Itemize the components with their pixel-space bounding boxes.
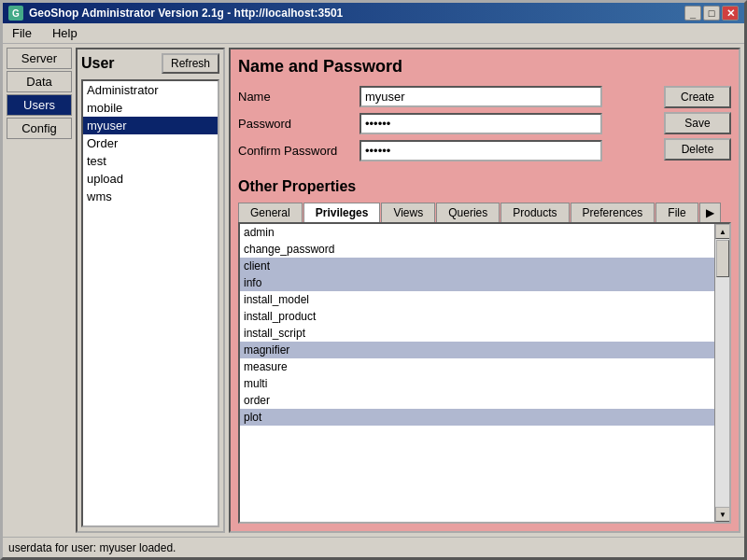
save-button[interactable]: Save — [664, 112, 731, 134]
list-item-multi[interactable]: multi — [240, 375, 714, 392]
tab-queries[interactable]: Queries — [436, 203, 500, 222]
menubar: File Help — [3, 23, 744, 44]
tab-preferences[interactable]: Preferences — [571, 203, 655, 222]
sidebar-item-data[interactable]: Data — [7, 71, 72, 92]
tab-file[interactable]: File — [655, 203, 698, 222]
tab-more-button[interactable]: ▶ — [699, 203, 721, 222]
scroll-up-arrow[interactable]: ▲ — [715, 224, 730, 239]
scroll-down-arrow[interactable]: ▼ — [715, 507, 730, 522]
user-item-order[interactable]: Order — [83, 134, 218, 152]
scroll-thumb[interactable] — [716, 240, 729, 277]
user-item-wms[interactable]: wms — [83, 188, 218, 205]
tab-general[interactable]: General — [238, 203, 303, 222]
list-item-magnifier[interactable]: magnifier — [240, 342, 714, 358]
tabs-container: General Privileges Views Queries Product… — [238, 203, 731, 222]
list-item-measure[interactable]: measure — [240, 358, 714, 375]
titlebar-buttons: _ □ ✕ — [684, 6, 739, 21]
sidebar-item-config[interactable]: Config — [7, 118, 72, 139]
minimize-button[interactable]: _ — [684, 6, 701, 21]
user-item-upload[interactable]: upload — [83, 170, 218, 188]
name-password-title: Name and Password — [238, 57, 731, 77]
confirm-label: Confirm Password — [238, 144, 359, 158]
menu-file[interactable]: File — [7, 25, 37, 41]
content-area: Server Data Users Config User Refresh Ad… — [3, 44, 744, 537]
status-text: userdata for user: myuser loaded. — [8, 541, 176, 554]
password-input[interactable] — [359, 113, 602, 134]
user-item-administrator[interactable]: Administrator — [83, 81, 218, 99]
confirm-row: Confirm Password — [238, 140, 649, 161]
sidebar: Server Data Users Config — [7, 48, 72, 533]
privileges-list[interactable]: admin change_password client info instal… — [238, 222, 731, 524]
name-input[interactable] — [359, 86, 602, 107]
create-button[interactable]: Create — [664, 86, 731, 108]
user-title: User — [81, 55, 115, 72]
refresh-button[interactable]: Refresh — [162, 53, 219, 74]
maximize-button[interactable]: □ — [703, 6, 720, 21]
user-item-myuser[interactable]: myuser — [83, 117, 218, 134]
list-item-order[interactable]: order — [240, 392, 714, 409]
titlebar: G GeoShop Administrator Version 2.1g - h… — [3, 3, 744, 23]
list-item-plot[interactable]: plot — [240, 409, 714, 426]
list-item-install-product[interactable]: install_product — [240, 308, 714, 325]
action-buttons: Create Save Delete — [664, 86, 731, 167]
delete-button[interactable]: Delete — [664, 138, 731, 161]
list-content: admin change_password client info instal… — [240, 224, 714, 522]
sidebar-item-server[interactable]: Server — [7, 48, 72, 69]
scroll-track[interactable] — [715, 239, 729, 507]
sidebar-item-users[interactable]: Users — [7, 94, 72, 116]
other-properties-title: Other Properties — [238, 178, 731, 195]
user-item-test[interactable]: test — [83, 152, 218, 170]
user-list[interactable]: Administrator mobile myuser Order test u… — [81, 79, 219, 527]
name-row: Name — [238, 86, 649, 107]
titlebar-title: GeoShop Administrator Version 2.1g - htt… — [29, 7, 343, 20]
user-item-mobile[interactable]: mobile — [83, 99, 218, 117]
titlebar-left: G GeoShop Administrator Version 2.1g - h… — [8, 6, 343, 21]
statusbar: userdata for user: myuser loaded. — [3, 537, 744, 557]
menu-help[interactable]: Help — [47, 25, 83, 41]
tab-privileges[interactable]: Privileges — [303, 203, 381, 222]
list-item-install-model[interactable]: install_model — [240, 291, 714, 308]
tab-views[interactable]: Views — [381, 203, 435, 222]
name-password-section: Name and Password Name Password Confirm … — [238, 57, 731, 167]
app-icon: G — [8, 6, 23, 21]
app-window: G GeoShop Administrator Version 2.1g - h… — [0, 0, 747, 560]
list-item-change-password[interactable]: change_password — [240, 241, 714, 258]
password-row: Password — [238, 113, 649, 134]
right-panel: Name and Password Name Password Confirm … — [229, 48, 740, 533]
name-label: Name — [238, 90, 359, 104]
list-item-info[interactable]: info — [240, 274, 714, 291]
password-label: Password — [238, 117, 359, 131]
user-panel: User Refresh Administrator mobile myuser… — [76, 48, 225, 533]
user-header: User Refresh — [81, 53, 219, 74]
list-item-client[interactable]: client — [240, 258, 714, 274]
scrollbar[interactable]: ▲ ▼ — [714, 224, 729, 522]
list-item-admin[interactable]: admin — [240, 224, 714, 241]
list-item-install-script[interactable]: install_script — [240, 325, 714, 342]
tab-products[interactable]: Products — [500, 203, 569, 222]
close-button[interactable]: ✕ — [722, 6, 739, 21]
confirm-input[interactable] — [359, 140, 602, 161]
